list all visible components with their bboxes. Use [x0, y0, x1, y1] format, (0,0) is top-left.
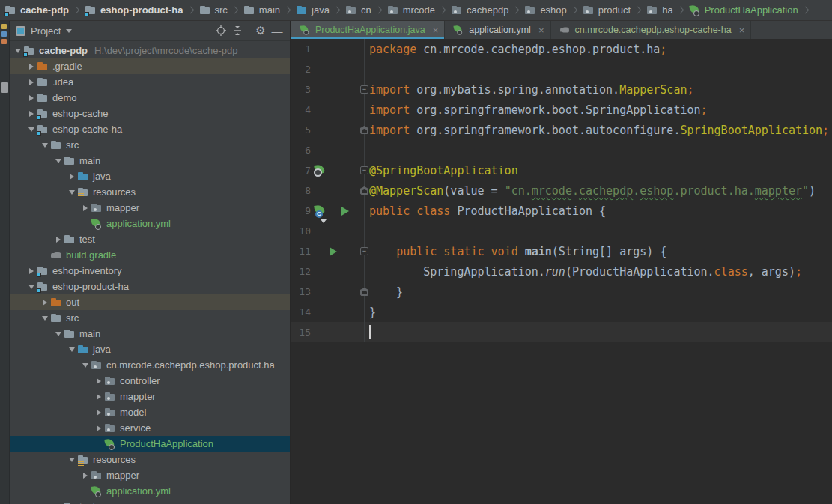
tree-item-cache-pdp[interactable]: cache-pdpH:\dev\project\mrcode\cache-pdp	[10, 43, 290, 58]
tree-item-resources[interactable]: resources	[10, 452, 290, 467]
tree-expand-icon[interactable]	[26, 127, 37, 132]
breadcrumb-item-java[interactable]: java	[296, 4, 330, 16]
code-line-5[interactable]: 5import org.springframework.boot.autocon…	[291, 120, 832, 140]
tree-collapse-icon[interactable]	[53, 237, 64, 243]
tree-item-controller[interactable]: controller	[10, 373, 290, 389]
tree-item-.gradle[interactable]: .gradle	[10, 58, 290, 74]
code-line-11[interactable]: 11− public static void main(String[] arg…	[291, 241, 832, 261]
breadcrumb-item-eshop[interactable]: eshop	[524, 4, 566, 16]
code-line-2[interactable]: 2	[291, 59, 832, 79]
tree-expand-icon[interactable]	[67, 190, 77, 195]
spring-bean-search-icon[interactable]	[314, 165, 326, 177]
tree-item-application.yml[interactable]: application.yml	[10, 216, 290, 231]
project-view-selector[interactable]: Project	[31, 25, 61, 37]
tree-item-mapper[interactable]: mapper	[10, 200, 290, 216]
fold-end-icon[interactable]	[360, 186, 368, 195]
tree-collapse-icon[interactable]	[80, 473, 91, 479]
tree-item-service[interactable]: service	[10, 420, 290, 436]
tree-item-.idea[interactable]: .idea	[10, 74, 290, 90]
spring-boot-bean-icon[interactable]: C	[314, 205, 326, 217]
tree-collapse-icon[interactable]	[94, 410, 104, 416]
tree-expand-icon[interactable]	[53, 332, 64, 336]
code-line-3[interactable]: 3−import org.mybatis.spring.annotation.M…	[291, 79, 832, 100]
run-icon[interactable]	[339, 205, 351, 217]
editor-tab-cn.mrcode.cachepdp.eshop-cache-ha[interactable]: cn.mrcode.cachepdp.eshop-cache-ha×	[551, 21, 752, 39]
tree-expand-icon[interactable]	[40, 143, 50, 148]
tree-expand-icon[interactable]	[67, 347, 77, 352]
tab-close-icon[interactable]: ×	[538, 25, 544, 36]
breadcrumb-item-main[interactable]: main	[243, 4, 280, 16]
run-icon[interactable]	[327, 246, 339, 258]
breadcrumb-item-cn[interactable]: cn	[345, 4, 371, 16]
tree-expand-icon[interactable]	[80, 363, 91, 368]
breadcrumb-item-ha[interactable]: ha	[646, 4, 672, 16]
tree-item-demo[interactable]: demo	[10, 90, 290, 106]
tree-item-out[interactable]: out	[10, 294, 290, 310]
code-line-8[interactable]: 8@MapperScan(value = "cn.mrcode.cachepdp…	[291, 180, 832, 201]
code-line-4[interactable]: 4import org.springframework.boot.SpringA…	[291, 100, 832, 120]
hide-panel-button[interactable]: —	[269, 23, 285, 38]
code-line-14[interactable]: 14}	[291, 302, 832, 322]
code-line-7[interactable]: 7−@SpringBootApplication	[291, 160, 832, 180]
breadcrumb-item-ProductHaApplication[interactable]: ProductHaApplication	[689, 4, 798, 16]
code-line-12[interactable]: 12 SpringApplication.run(ProductHaApplic…	[291, 261, 832, 282]
tree-item-main[interactable]: main	[10, 326, 290, 341]
toolwindow-stripe[interactable]	[0, 21, 10, 504]
code-line-9[interactable]: 9Cpublic class ProductHaApplication {	[291, 201, 832, 221]
fold-end-icon[interactable]	[360, 126, 368, 134]
tree-item-eshop-product-ha[interactable]: eshop-product-ha	[10, 279, 290, 294]
tree-item-test[interactable]: test	[10, 231, 290, 247]
tree-item-cn.mrcode.cachepdp.eshop.product.ha[interactable]: cn.mrcode.cachepdp.eshop.product.ha	[10, 357, 290, 373]
tree-collapse-icon[interactable]	[94, 425, 104, 431]
tree-item-java[interactable]: java	[10, 341, 290, 357]
fold-collapse-icon[interactable]: −	[360, 166, 368, 174]
tree-collapse-icon[interactable]	[26, 64, 37, 70]
editor-tab-ProductHaApplication.java[interactable]: ProductHaApplication.java×	[291, 21, 445, 39]
tree-item-model[interactable]: model	[10, 404, 290, 420]
tree-expand-icon[interactable]	[53, 159, 64, 163]
settings-gear-button[interactable]: ⚙	[252, 23, 269, 38]
tree-item-application.yml[interactable]: application.yml	[10, 483, 290, 499]
breadcrumb-item-cache-pdp[interactable]: cache-pdp	[4, 4, 69, 16]
tree-expand-icon[interactable]	[13, 49, 23, 53]
code-line-10[interactable]: 10	[291, 221, 832, 241]
breadcrumb-item-eshop-product-ha[interactable]: eshop-product-ha	[85, 4, 183, 16]
tab-close-icon[interactable]: ×	[433, 25, 439, 36]
breadcrumb-item-product[interactable]: product	[583, 4, 631, 16]
editor-tab-application.yml[interactable]: application.yml×	[445, 21, 550, 39]
breadcrumb-item-mrcode[interactable]: mrcode	[387, 4, 435, 16]
tree-collapse-icon[interactable]	[94, 394, 104, 400]
tree-collapse-icon[interactable]	[94, 378, 104, 384]
code-line-1[interactable]: 1package cn.mrcode.cachepdp.eshop.produc…	[291, 39, 832, 59]
tree-collapse-icon[interactable]	[26, 79, 37, 85]
code-editor[interactable]: 1package cn.mrcode.cachepdp.eshop.produc…	[291, 39, 832, 342]
tree-collapse-icon[interactable]	[26, 268, 37, 274]
tree-item-ProductHaApplication[interactable]: ProductHaApplication	[10, 436, 290, 452]
tree-item-eshop-inventory[interactable]: eshop-inventory	[10, 263, 290, 279]
breadcrumb-item-src[interactable]: src	[199, 4, 228, 16]
tree-collapse-icon[interactable]	[40, 300, 50, 306]
tree-item-eshop-cache[interactable]: eshop-cache	[10, 106, 290, 121]
tree-collapse-icon[interactable]	[26, 111, 37, 117]
tree-expand-icon[interactable]	[26, 285, 37, 289]
fold-end-icon[interactable]	[360, 288, 368, 296]
tab-close-icon[interactable]: ×	[739, 25, 745, 36]
tree-item-resources[interactable]: resources	[10, 184, 290, 200]
tree-item-test[interactable]: test	[10, 499, 290, 504]
fold-collapse-icon[interactable]: −	[360, 85, 368, 94]
tree-item-eshop-cache-ha[interactable]: eshop-cache-ha	[10, 121, 290, 137]
collapse-all-button[interactable]	[229, 23, 246, 38]
tree-item-src[interactable]: src	[10, 310, 290, 326]
tree-collapse-icon[interactable]	[67, 174, 77, 180]
breadcrumb-item-cachepdp[interactable]: cachepdp	[451, 4, 508, 16]
code-line-6[interactable]: 6	[291, 140, 832, 160]
fold-collapse-icon[interactable]: −	[360, 247, 368, 255]
tree-collapse-icon[interactable]	[26, 95, 37, 101]
code-line-15[interactable]: 15	[291, 322, 832, 342]
locate-file-button[interactable]	[213, 23, 229, 38]
tree-item-java[interactable]: java	[10, 168, 290, 184]
tree-expand-icon[interactable]	[67, 458, 77, 462]
tree-item-main[interactable]: main	[10, 153, 290, 168]
code-line-13[interactable]: 13 }	[291, 282, 832, 302]
tree-expand-icon[interactable]	[40, 316, 50, 321]
